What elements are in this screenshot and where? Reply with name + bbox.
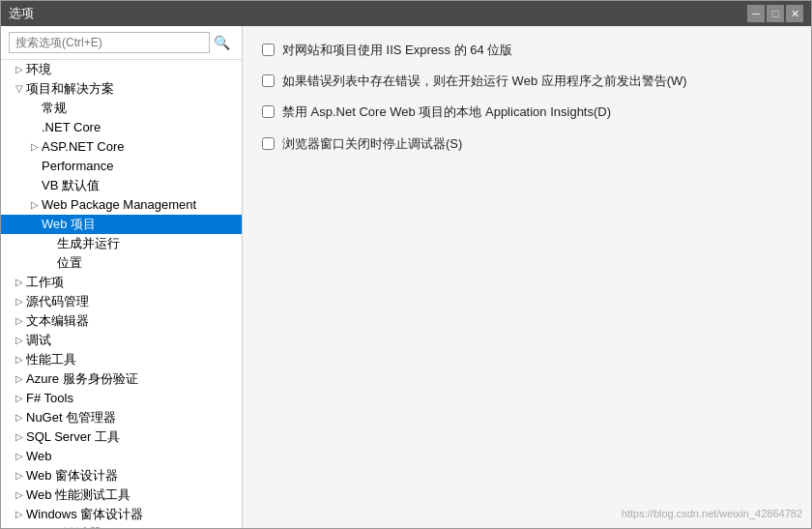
option-row-iis-express-64: 对网站和项目使用 IIS Express 的 64 位版 xyxy=(262,42,792,59)
tree-label-tasks: 工作项 xyxy=(26,273,238,292)
tree-item-build-run[interactable]: 生成并运行 xyxy=(1,234,242,253)
tree-label-azure-auth: Azure 服务身份验证 xyxy=(26,369,238,389)
tree-label-performance: Performance xyxy=(42,157,238,176)
tree-arrow-source-control: ▷ xyxy=(13,292,26,311)
tree-item-debug[interactable]: ▷调试 xyxy=(1,331,242,350)
tree-item-perf-tools[interactable]: ▷性能工具 xyxy=(1,350,242,369)
tree-arrow-tasks: ▷ xyxy=(13,273,26,292)
tree-label-sql-server: SQL Server 工具 xyxy=(26,427,238,447)
tree-label-web: Web xyxy=(26,447,238,466)
tree-label-env: 环境 xyxy=(26,60,238,79)
tree-item-vb-default[interactable]: VB 默认值 xyxy=(1,176,242,195)
tree-item-performance[interactable]: Performance xyxy=(1,157,242,176)
tree-item-xaml-designer[interactable]: ▷XAML 设计器 xyxy=(1,524,242,528)
tree-label-windows-forms: Windows 窗体设计器 xyxy=(26,505,238,524)
minimize-button[interactable]: ─ xyxy=(747,5,765,22)
tree-label-general: 常规 xyxy=(42,99,238,118)
tree-label-proj-solution: 项目和解决方案 xyxy=(26,79,238,99)
tree-item-fsharp-tools[interactable]: ▷F# Tools xyxy=(1,389,242,408)
tree-arrow-debug: ▷ xyxy=(13,331,26,350)
tree-label-text-editor: 文本编辑器 xyxy=(26,311,238,331)
tree-item-proj-solution[interactable]: ▽项目和解决方案 xyxy=(1,79,242,99)
tree-label-debug: 调试 xyxy=(26,331,238,350)
tree-arrow-web-package: ▷ xyxy=(28,195,42,215)
search-button[interactable]: 🔍 xyxy=(210,33,234,52)
search-box: 🔍 xyxy=(1,26,242,60)
option-row-warn-before-run: 如果错误列表中存在错误，则在开始运行 Web 应用程序之前发出警告(W) xyxy=(262,73,792,90)
search-input[interactable] xyxy=(9,32,210,53)
window-title: 选项 xyxy=(9,5,747,22)
tree-label-nuget: NuGet 包管理器 xyxy=(26,408,238,427)
tree-arrow-perf-tools: ▷ xyxy=(13,350,26,369)
checkbox-stop-debugger[interactable] xyxy=(262,137,275,150)
checkbox-disable-app-insights[interactable] xyxy=(262,105,275,118)
content-area: 🔍 ▷环境▽项目和解决方案常规.NET Core▷ASP.NET CorePer… xyxy=(1,26,811,528)
tree-item-env[interactable]: ▷环境 xyxy=(1,60,242,79)
option-row-disable-app-insights: 禁用 Asp.Net Core Web 项目的本地 Application In… xyxy=(262,103,792,121)
tree-arrow-web-forms: ▷ xyxy=(13,466,26,485)
tree-label-vb-default: VB 默认值 xyxy=(42,176,238,195)
window-controls: ─ □ ✕ xyxy=(747,5,803,22)
tree-label-web-package: Web Package Management xyxy=(42,195,238,215)
tree-item-location[interactable]: 位置 xyxy=(1,253,242,273)
tree-label-web-project: Web 项目 xyxy=(42,215,238,234)
tree-label-xaml-designer: XAML 设计器 xyxy=(26,524,238,528)
options-window: 选项 ─ □ ✕ 🔍 ▷环境▽项目和解决方案常规.NET Core▷ASP.NE… xyxy=(0,0,812,529)
tree-label-build-run: 生成并运行 xyxy=(57,234,238,253)
tree-item-web-package[interactable]: ▷Web Package Management xyxy=(1,195,242,215)
tree-label-source-control: 源代码管理 xyxy=(26,292,238,311)
titlebar: 选项 ─ □ ✕ xyxy=(1,1,811,26)
right-panel: 对网站和项目使用 IIS Express 的 64 位版如果错误列表中存在错误，… xyxy=(243,26,811,528)
tree-item-web-perf[interactable]: ▷Web 性能测试工具 xyxy=(1,485,242,505)
option-label-iis-express-64: 对网站和项目使用 IIS Express 的 64 位版 xyxy=(282,42,512,59)
tree-item-web-project[interactable]: Web 项目 xyxy=(1,215,242,234)
tree-arrow-proj-solution: ▽ xyxy=(13,79,26,99)
tree-item-web[interactable]: ▷Web xyxy=(1,447,242,466)
tree-item-azure-auth[interactable]: ▷Azure 服务身份验证 xyxy=(1,369,242,389)
tree-item-tasks[interactable]: ▷工作项 xyxy=(1,273,242,292)
option-label-stop-debugger: 浏览器窗口关闭时停止调试器(S) xyxy=(282,135,462,153)
checkbox-iis-express-64[interactable] xyxy=(262,44,275,56)
tree-arrow-azure-auth: ▷ xyxy=(13,369,26,389)
tree-item-web-forms[interactable]: ▷Web 窗体设计器 xyxy=(1,466,242,485)
tree-label-perf-tools: 性能工具 xyxy=(26,350,238,369)
tree-arrow-fsharp-tools: ▷ xyxy=(13,389,26,408)
maximize-button[interactable]: □ xyxy=(767,5,784,22)
tree-label-web-perf: Web 性能测试工具 xyxy=(26,485,238,505)
tree-label-fsharp-tools: F# Tools xyxy=(26,389,238,408)
tree-arrow-sql-server: ▷ xyxy=(13,427,26,447)
tree-item-sql-server[interactable]: ▷SQL Server 工具 xyxy=(1,427,242,447)
tree-item-text-editor[interactable]: ▷文本编辑器 xyxy=(1,311,242,331)
tree-item-net-core[interactable]: .NET Core xyxy=(1,118,242,137)
tree-arrow-text-editor: ▷ xyxy=(13,311,26,331)
tree-arrow-web: ▷ xyxy=(13,447,26,466)
tree-label-web-forms: Web 窗体设计器 xyxy=(26,466,238,485)
tree-label-net-core: .NET Core xyxy=(42,118,238,137)
option-label-warn-before-run: 如果错误列表中存在错误，则在开始运行 Web 应用程序之前发出警告(W) xyxy=(282,73,687,90)
tree-item-windows-forms[interactable]: ▷Windows 窗体设计器 xyxy=(1,505,242,524)
tree-container[interactable]: ▷环境▽项目和解决方案常规.NET Core▷ASP.NET CorePerfo… xyxy=(1,60,242,528)
left-panel: 🔍 ▷环境▽项目和解决方案常规.NET Core▷ASP.NET CorePer… xyxy=(1,26,243,528)
checkbox-warn-before-run[interactable] xyxy=(262,74,275,87)
close-button[interactable]: ✕ xyxy=(786,5,803,22)
tree-item-general[interactable]: 常规 xyxy=(1,99,242,118)
tree-label-location: 位置 xyxy=(57,253,238,273)
tree-label-aspnet-core: ASP.NET Core xyxy=(42,137,238,157)
option-row-stop-debugger: 浏览器窗口关闭时停止调试器(S) xyxy=(262,135,792,153)
tree-arrow-web-perf: ▷ xyxy=(13,485,26,505)
tree-arrow-aspnet-core: ▷ xyxy=(28,137,42,157)
tree-arrow-nuget: ▷ xyxy=(13,408,26,427)
tree-arrow-windows-forms: ▷ xyxy=(13,505,26,524)
tree-item-nuget[interactable]: ▷NuGet 包管理器 xyxy=(1,408,242,427)
tree-item-aspnet-core[interactable]: ▷ASP.NET Core xyxy=(1,137,242,157)
tree-arrow-xaml-designer: ▷ xyxy=(13,524,26,528)
option-label-disable-app-insights: 禁用 Asp.Net Core Web 项目的本地 Application In… xyxy=(282,103,611,121)
tree-item-source-control[interactable]: ▷源代码管理 xyxy=(1,292,242,311)
tree-arrow-env: ▷ xyxy=(13,60,26,79)
